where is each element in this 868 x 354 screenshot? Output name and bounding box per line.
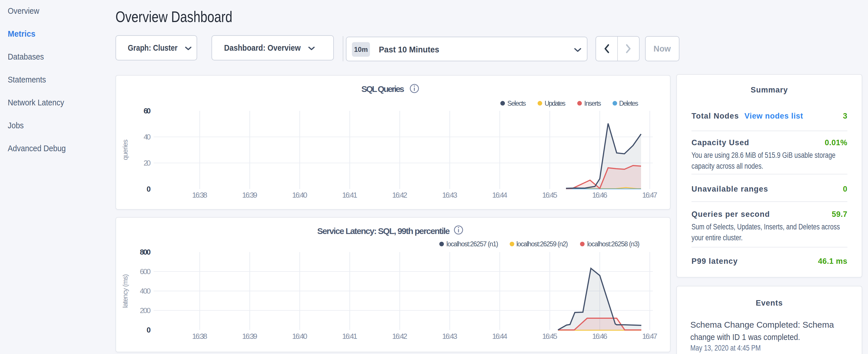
svg-text:0: 0 bbox=[147, 326, 151, 334]
svg-text:16:41: 16:41 bbox=[342, 191, 358, 199]
svg-text:SQL Queries: SQL Queries bbox=[361, 84, 404, 94]
svg-text:16:39: 16:39 bbox=[242, 332, 257, 341]
svg-text:16:41: 16:41 bbox=[342, 332, 358, 341]
svg-text:40: 40 bbox=[144, 133, 151, 141]
svg-text:16:39: 16:39 bbox=[242, 191, 257, 199]
svg-text:400: 400 bbox=[140, 287, 151, 295]
svg-text:16:38: 16:38 bbox=[192, 332, 208, 341]
svg-text:0: 0 bbox=[147, 185, 151, 193]
svg-text:16:44: 16:44 bbox=[492, 332, 507, 341]
svg-text:16:40: 16:40 bbox=[292, 191, 308, 199]
svg-text:Deletes: Deletes bbox=[619, 100, 638, 107]
svg-text:Inserts: Inserts bbox=[584, 100, 601, 107]
svg-text:60: 60 bbox=[144, 106, 151, 115]
svg-text:Updates: Updates bbox=[545, 100, 566, 107]
svg-text:16:42: 16:42 bbox=[392, 191, 407, 199]
svg-text:localhost:26257 (n1): localhost:26257 (n1) bbox=[446, 240, 498, 248]
svg-text:16:43: 16:43 bbox=[442, 191, 457, 199]
svg-text:localhost:26258 (n3): localhost:26258 (n3) bbox=[587, 240, 640, 248]
svg-text:800: 800 bbox=[140, 248, 151, 256]
svg-text:16:38: 16:38 bbox=[192, 191, 208, 199]
svg-text:Service Latency: SQL, 99th per: Service Latency: SQL, 99th percentile bbox=[317, 226, 450, 236]
svg-text:16:45: 16:45 bbox=[542, 191, 557, 199]
svg-text:16:45: 16:45 bbox=[542, 332, 557, 341]
svg-text:queries: queries bbox=[121, 139, 129, 160]
svg-text:16:47: 16:47 bbox=[642, 191, 657, 199]
svg-text:600: 600 bbox=[140, 267, 151, 276]
svg-text:Selects: Selects bbox=[507, 100, 526, 107]
svg-text:16:47: 16:47 bbox=[642, 332, 657, 341]
svg-text:20: 20 bbox=[144, 159, 151, 167]
svg-text:16:46: 16:46 bbox=[592, 191, 608, 199]
svg-text:200: 200 bbox=[140, 306, 151, 315]
svg-text:localhost:26259 (n2): localhost:26259 (n2) bbox=[517, 240, 568, 248]
svg-text:16:46: 16:46 bbox=[592, 332, 608, 341]
svg-text:16:44: 16:44 bbox=[492, 191, 507, 199]
svg-text:16:43: 16:43 bbox=[442, 332, 457, 341]
svg-text:latency (ms): latency (ms) bbox=[121, 274, 129, 308]
svg-text:16:40: 16:40 bbox=[292, 332, 308, 341]
svg-text:16:42: 16:42 bbox=[392, 332, 407, 341]
